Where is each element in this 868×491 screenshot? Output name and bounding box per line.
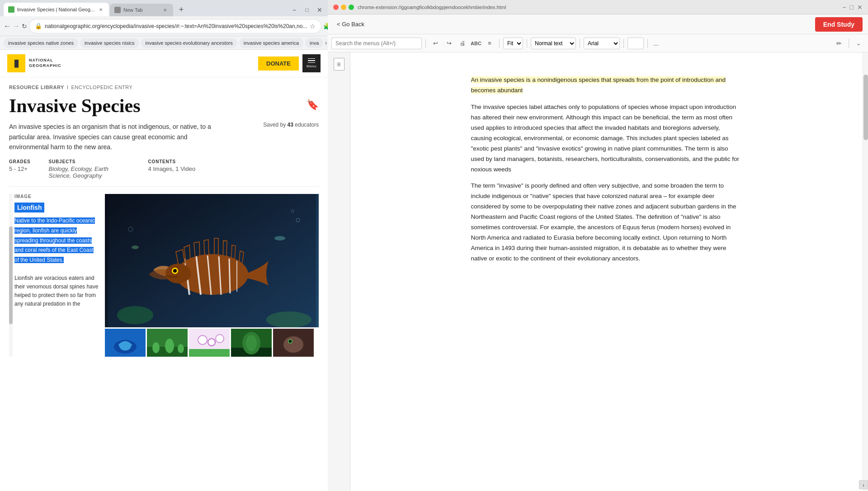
main-image — [105, 194, 319, 327]
svg-point-1 — [117, 306, 153, 324]
expand-button[interactable]: ⌄ — [853, 38, 864, 49]
bookmark-icon-area[interactable]: 🔖 — [307, 95, 319, 111]
print-button[interactable]: 🖨 — [457, 38, 468, 49]
breadcrumb-resource: RESOURCE LIBRARY — [9, 85, 64, 90]
menu-label: Menu — [307, 64, 316, 68]
menu-button[interactable]: Menu — [302, 54, 321, 72]
spellcheck-button[interactable]: ABC — [470, 38, 482, 49]
redo-button[interactable]: ↪ — [443, 38, 455, 49]
page-description: An invasive species is an organism that … — [9, 122, 226, 152]
bookmark-nisics[interactable]: invasive species nisics — [80, 38, 139, 48]
ext-win-right-controls: − □ ✕ — [842, 4, 863, 11]
lionfish-title: Lionfish — [14, 203, 44, 212]
svg-point-26 — [198, 335, 207, 345]
ng-logo-text1: NATIONAL — [29, 58, 61, 63]
bookmark-america[interactable]: invasive species america — [239, 38, 303, 48]
svg-point-28 — [216, 335, 224, 343]
tab2-title: New Tab — [123, 7, 159, 13]
new-tab-button[interactable]: + — [175, 4, 188, 16]
ext-min-btn[interactable] — [341, 5, 346, 10]
window-maximize[interactable]: □ — [302, 5, 311, 14]
svg-point-24 — [178, 344, 184, 353]
bookmark-star-icon[interactable]: ☆ — [310, 23, 316, 30]
ext-search-input[interactable] — [331, 38, 422, 49]
font-select[interactable]: Arial — [584, 38, 620, 49]
ng-logo[interactable]: ▮ NATIONAL GEOGRAPHIC — [7, 54, 61, 72]
tab2-close[interactable]: ✕ — [161, 6, 169, 14]
donate-button[interactable]: DONATE — [258, 57, 299, 71]
thumbnail-4[interactable] — [231, 329, 272, 357]
thumbnail-3[interactable] — [189, 329, 230, 357]
bookmark-native-zones[interactable]: invasive species native zones — [4, 38, 78, 48]
subjects-label: SUBJECTS — [49, 159, 130, 164]
ng-logo-text2: GEOGRAPHIC — [29, 63, 61, 69]
fit-select[interactable]: Fit — [503, 38, 523, 49]
svg-point-13 — [274, 236, 285, 241]
tab-new-tab[interactable]: New Tab ✕ — [110, 4, 173, 16]
svg-point-37 — [289, 340, 292, 343]
end-study-button[interactable]: End Study — [815, 17, 863, 32]
svg-point-22 — [152, 342, 160, 353]
svg-point-27 — [208, 339, 215, 346]
go-back-button[interactable]: < Go Back — [333, 19, 368, 29]
lionfish-image — [108, 194, 316, 327]
saved-by-text: Saved by — [263, 122, 286, 128]
scroll-to-bottom[interactable]: ↓ — [859, 480, 868, 489]
forward-button[interactable]: → — [13, 20, 20, 33]
svg-point-35 — [283, 336, 303, 353]
tab-invasive-species[interactable]: Invasive Species | National Geog... ✕ — [4, 3, 109, 16]
more-options-button[interactable]: ... — [651, 38, 660, 49]
svg-rect-29 — [189, 349, 230, 357]
page-title: Invasive Species — [9, 95, 141, 116]
grades-value: 5 - 12+ — [9, 165, 31, 172]
bookmark-icon: 🔖 — [307, 99, 319, 111]
subjects-value: Biology, Ecology, Earth Science, Geograp… — [49, 165, 130, 179]
bookmark-inva[interactable]: inva — [305, 38, 323, 48]
ext-window-url: chrome-extension://ggoamgficolkbdogpjemd… — [358, 5, 839, 10]
lionfish-description: Native to the Indo-Pacific oceanic regio… — [14, 216, 99, 308]
thumbnail-2[interactable] — [147, 329, 188, 357]
window-close[interactable]: ✕ — [315, 5, 324, 14]
ext-paragraph-1: An invasive species is a nonindigenous s… — [471, 75, 742, 96]
edit-icon-button[interactable]: ✏ — [833, 38, 845, 49]
tab1-title: Invasive Species | National Geog... — [17, 7, 94, 12]
svg-point-10 — [165, 264, 191, 283]
style-select[interactable]: Normal text — [531, 38, 576, 49]
window-minimize[interactable]: − — [290, 5, 299, 14]
reload-button[interactable]: ↻ — [22, 20, 27, 33]
font-size-input[interactable]: 12 — [627, 38, 644, 49]
ext-max-btn[interactable] — [349, 5, 354, 10]
thumbnail-1[interactable] — [105, 329, 146, 357]
ext-paragraph-3: The term "invasive" is poorly defined an… — [471, 181, 742, 264]
format-button[interactable]: ≡ — [484, 38, 495, 49]
bookmarks-more-button[interactable]: › — [325, 38, 327, 48]
thumbnail-5[interactable] — [273, 329, 314, 357]
ext-paragraph-2: The invasive species label attaches only… — [471, 102, 742, 175]
svg-point-14 — [132, 246, 139, 249]
breadcrumb-sep: I — [67, 85, 69, 90]
doc-icon[interactable]: ☰ — [334, 58, 344, 71]
svg-point-23 — [165, 339, 174, 353]
saved-label: educators — [295, 122, 319, 128]
lock-icon: 🔒 — [35, 23, 42, 29]
svg-point-2 — [266, 312, 311, 328]
breadcrumb-type: ENCYCLOPEDIC ENTRY — [71, 85, 132, 90]
image-label: IMAGE — [14, 194, 99, 199]
svg-point-33 — [246, 335, 257, 351]
svg-line-8 — [229, 259, 230, 293]
address-text: nationalgeographic.org/encyclopedia/inva… — [45, 23, 307, 29]
undo-button[interactable]: ↩ — [429, 38, 441, 49]
contents-value: 4 Images, 1 Video — [148, 165, 196, 172]
saved-count: 43 — [288, 122, 293, 128]
bookmark-evolutionary[interactable]: invasive species evolutionary ancestors — [141, 38, 237, 48]
back-button[interactable]: ← — [4, 20, 11, 33]
svg-point-12 — [173, 269, 177, 273]
grades-label: GRADES — [9, 159, 31, 164]
address-bar[interactable]: 🔒 nationalgeographic.org/encyclopedia/in… — [29, 19, 321, 33]
ext-close-btn[interactable] — [333, 5, 339, 10]
contents-label: CONTENTS — [148, 159, 196, 164]
tab1-close[interactable]: ✕ — [97, 6, 104, 13]
